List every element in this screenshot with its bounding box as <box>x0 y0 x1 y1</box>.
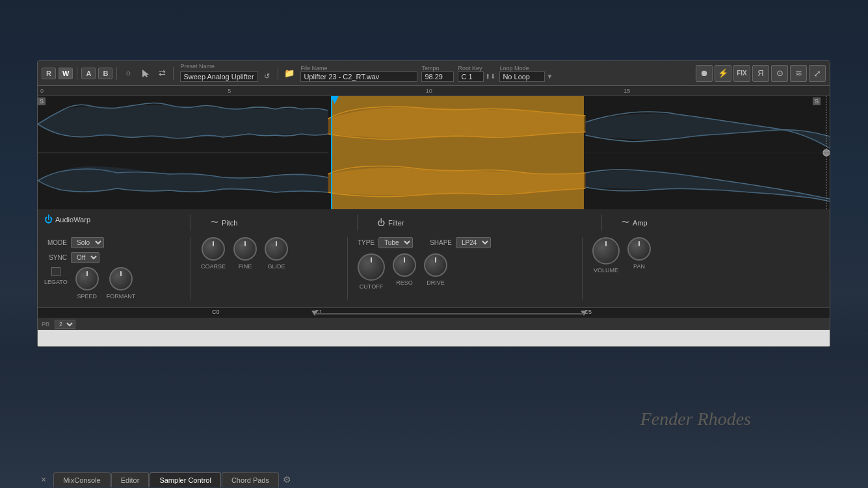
range-line <box>315 313 584 315</box>
coarse-knob[interactable] <box>202 237 225 261</box>
loopmode-field: Loop Mode No Loop ▼ <box>499 65 553 82</box>
w-button[interactable]: W <box>59 68 73 79</box>
circle-icon[interactable]: ○ <box>121 66 135 81</box>
glide-knob-container: GLIDE <box>265 237 288 270</box>
sync-row: SYNC Off <box>44 252 168 263</box>
loop-icon[interactable]: ⇄ <box>155 66 169 81</box>
coarse-knob-container: COARSE <box>201 237 226 270</box>
loopmode-value[interactable]: No Loop <box>499 71 545 82</box>
formant-knob[interactable] <box>109 267 133 290</box>
legato-label: LEGATO <box>44 279 68 285</box>
mode-sync-area: MODE Solo SYNC Off <box>44 237 168 263</box>
fix-btn[interactable]: FIX <box>733 65 750 82</box>
pb-label: PB <box>42 321 49 327</box>
reso-label: RESO <box>396 279 413 286</box>
drive-knob[interactable] <box>424 253 447 277</box>
pitch-title: Pitch <box>222 219 237 227</box>
amp-title: Amp <box>633 219 648 227</box>
reso-knob-container: RESO <box>393 253 416 290</box>
formant-knob-container: FORMANT <box>107 267 136 300</box>
b-button[interactable]: B <box>98 68 112 79</box>
loopmode-label: Loop Mode <box>499 65 553 71</box>
filter-type-select[interactable]: Tube <box>378 237 413 248</box>
cursor-icon[interactable] <box>138 66 152 81</box>
pan-knob[interactable] <box>627 237 651 261</box>
file-name-value[interactable]: Uplifter 23 - C2_RT.wav <box>300 71 417 82</box>
glide-label: GLIDE <box>268 263 285 270</box>
pitch-controls: COARSE FINE GLIDE <box>201 237 337 270</box>
sync-select[interactable]: Off <box>71 252 99 263</box>
lines-btn[interactable]: ≋ <box>790 65 807 82</box>
target-btn[interactable]: ⊙ <box>771 65 788 82</box>
reso-knob[interactable] <box>393 253 416 277</box>
close-tab-btn[interactable]: × <box>37 474 50 485</box>
filter-shape-label: SHAPE <box>430 239 452 246</box>
rootkey-arrows[interactable]: ⬆⬇ <box>485 73 495 80</box>
audiowarp-controls: MODE Solo SYNC Off LE <box>44 237 181 300</box>
s-marker-right: S <box>813 97 821 105</box>
amp-wave-icon: 〜 <box>622 217 629 228</box>
tab-mixconsole[interactable]: MixConsole <box>53 472 110 487</box>
audiowarp-power[interactable]: ⏻ <box>44 214 53 224</box>
sampler-window: R W A B ○ ⇄ Preset Name Sweep Analog Upl… <box>37 60 830 347</box>
r-button[interactable]: R <box>42 68 56 79</box>
file-name-label: File Name <box>300 65 417 71</box>
tab-settings-icon[interactable]: ⚙ <box>280 471 295 488</box>
speed-knob[interactable] <box>75 267 99 290</box>
filter-power-icon[interactable]: ⏻ <box>377 218 385 227</box>
a-button[interactable]: A <box>81 68 96 79</box>
divider-4 <box>278 67 278 80</box>
divider-3 <box>173 67 174 80</box>
formant-label: FORMANT <box>107 293 136 300</box>
cutoff-label: CUTOFF <box>360 283 383 290</box>
preset-name-value[interactable]: Sweep Analog Uplifter <box>180 71 258 82</box>
filter-header-area: ⏻ Filter <box>377 218 592 227</box>
piano-svg: // Will be drawn with rectangles <box>38 330 830 346</box>
mode-select[interactable]: Solo <box>71 237 104 248</box>
glide-knob[interactable] <box>265 237 288 261</box>
file-field: File Name Uplifter 23 - C2_RT.wav <box>300 65 417 82</box>
selection-region[interactable] <box>331 96 585 209</box>
fine-label: FINE <box>239 263 252 270</box>
amp-header-area: 〜 Amp <box>622 217 648 228</box>
coarse-label: COARSE <box>201 263 226 270</box>
pitch-knobs: COARSE FINE GLIDE <box>201 237 337 270</box>
tab-sampler-control[interactable]: Sampler Control <box>150 472 220 487</box>
ruler-5: 5 <box>228 88 231 94</box>
pan-label: PAN <box>633 263 645 270</box>
legato-checkbox[interactable] <box>51 267 60 276</box>
amp-knobs: VOLUME PAN <box>592 237 651 274</box>
filter-knobs: CUTOFF RESO DRIVE <box>358 253 572 290</box>
ruler-15: 15 <box>624 88 630 94</box>
cutoff-knob-container: CUTOFF <box>358 253 385 290</box>
div-aw-pitch <box>191 237 191 300</box>
pb-select[interactable]: 2 <box>55 320 75 329</box>
loopmode-arrow[interactable]: ▼ <box>546 73 553 80</box>
preset-refresh-icon[interactable]: ↺ <box>259 70 274 84</box>
flash-btn[interactable]: ⚡ <box>715 65 731 82</box>
preset-field: Preset Name Sweep Analog Uplifter ↺ <box>180 63 274 84</box>
reverse-btn[interactable]: Я <box>752 65 769 82</box>
waveform-area[interactable]: S S <box>38 96 830 209</box>
tab-chord-pads[interactable]: Chord Pads <box>222 472 279 487</box>
tab-editor[interactable]: Editor <box>111 472 150 487</box>
filter-shape-select[interactable]: LP24 <box>456 237 491 248</box>
piano-header: PB 2 <box>38 318 830 330</box>
amp-controls: VOLUME PAN <box>592 237 651 274</box>
record-btn[interactable]: ⏺ <box>696 65 713 82</box>
cutoff-knob[interactable] <box>358 253 385 281</box>
bottom-tabs: × MixConsole Editor Sampler Control Chor… <box>37 471 295 488</box>
fine-knob[interactable] <box>233 237 257 261</box>
folder-icon[interactable]: 📁 <box>282 66 296 81</box>
div-pitch-filter <box>347 237 348 300</box>
filter-controls: TYPE Tube SHAPE LP24 CUTOFF <box>358 237 572 290</box>
divider-1 <box>77 67 77 80</box>
range-label-c0: C0 <box>212 309 220 315</box>
rootkey-label: Root Key <box>458 65 495 71</box>
speed-knob-container: SPEED <box>75 267 99 300</box>
volume-knob[interactable] <box>592 237 620 264</box>
expand-btn[interactable]: ⤢ <box>809 65 826 82</box>
rootkey-value[interactable]: C 1 <box>458 71 484 82</box>
tempo-value[interactable]: 98.29 <box>421 71 454 82</box>
toolbar: R W A B ○ ⇄ Preset Name Sweep Analog Upl… <box>38 61 830 86</box>
